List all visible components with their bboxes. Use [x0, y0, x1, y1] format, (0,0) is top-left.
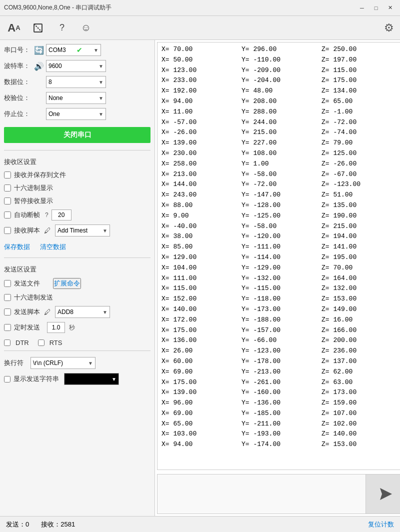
minimize-button[interactable]: ─: [356, 2, 368, 14]
data-bits-chevron-icon: ▼: [98, 80, 104, 85]
display-send-label: 显示发送字符串: [14, 374, 59, 384]
data-bits-control: 8 ▼: [34, 76, 150, 88]
table-row: X= 104.00Y= -129.00Z= 70.00: [162, 263, 400, 274]
save-data-button[interactable]: 保存数据: [4, 242, 30, 252]
timer-input[interactable]: [47, 322, 65, 333]
emoji-icon[interactable]: ☺: [78, 20, 94, 36]
status-left: 发送：0 接收：2581: [6, 520, 75, 529]
stop-bits-select[interactable]: One ▼: [46, 108, 106, 120]
divider-3: [4, 350, 150, 351]
z-col: Z= 107.00: [322, 408, 400, 419]
font-icon[interactable]: AA: [6, 20, 22, 36]
y-col: Y= -211.00: [242, 419, 322, 430]
x-col: X= -26.00: [162, 128, 242, 138]
send-script-checkbox[interactable]: [4, 308, 11, 316]
recv-auto-frame-checkbox[interactable]: [4, 212, 11, 218]
port-refresh-icon[interactable]: 🔄: [34, 46, 44, 55]
z-col: Z= 215.00: [322, 222, 400, 232]
help-icon[interactable]: ?: [54, 20, 70, 36]
z-col: Z= 65.00: [322, 96, 400, 107]
port-check-icon: ✔: [76, 46, 82, 54]
expand-cmd-button[interactable]: 扩展命令: [53, 278, 81, 289]
title-bar-controls: ─ □ ✕: [356, 2, 396, 14]
send-hex-checkbox[interactable]: [4, 294, 11, 301]
data-bits-value: 8: [48, 78, 52, 86]
table-row: X= 115.00Y= -115.00Z= 132.00: [162, 284, 400, 294]
z-col: Z= 141.00: [322, 242, 400, 252]
recv-auto-frame-label: 自动断帧: [14, 210, 40, 220]
send-file-checkbox[interactable]: [4, 280, 11, 287]
z-col: Z= 153.00: [322, 440, 400, 450]
maximize-button[interactable]: □: [370, 2, 382, 14]
z-col: Z= 51.00: [322, 190, 400, 200]
toolbar-left: AA ? ☺: [6, 20, 94, 36]
stop-bits-value: One: [48, 110, 60, 118]
z-col: Z= 195.00: [322, 252, 400, 263]
left-panel: 串口号： 🔄 COM3 ✔ ▼ 波特率： 🔊 9600 ▼: [0, 40, 155, 516]
color-select[interactable]: ▼: [64, 373, 119, 385]
recv-script-select[interactable]: Add Timest ▼: [55, 224, 110, 236]
port-select[interactable]: COM3 ✔ ▼: [46, 44, 101, 56]
close-port-button[interactable]: 关闭串口: [4, 127, 150, 143]
recv-settings-title: 接收区设置: [4, 158, 150, 166]
y-col: Y= -174.00: [242, 440, 322, 450]
x-col: X= 70.00: [162, 44, 242, 55]
y-col: Y= -114.00: [242, 252, 322, 263]
recv-save-file-checkbox[interactable]: [4, 172, 11, 178]
table-row: X= 129.00Y= -114.00Z= 195.00: [162, 252, 400, 263]
z-col: Z= -123.00: [322, 180, 400, 190]
recv-pause-checkbox[interactable]: [4, 198, 11, 204]
clear-data-button[interactable]: 清空数据: [40, 242, 66, 252]
auto-frame-help-icon[interactable]: ?: [45, 212, 48, 218]
timer-send-label: 定时发送: [14, 323, 40, 332]
y-col: Y= -157.00: [242, 326, 322, 336]
x-col: X= 111.00: [162, 274, 242, 284]
table-row: X= 94.00Y= -174.00Z= 153.00: [162, 440, 400, 450]
dtr-checkbox[interactable]: [4, 340, 10, 346]
port-chevron-icon: ▼: [94, 48, 98, 53]
auto-frame-input[interactable]: [52, 210, 72, 220]
recv-hex-row: 十六进制显示: [4, 184, 150, 192]
y-col: Y= -178.00: [242, 356, 322, 367]
data-display[interactable]: X= 70.00Y= 296.00Z= 250.00X= 50.00Y= -11…: [157, 42, 400, 470]
recv-script-checkbox[interactable]: [4, 227, 11, 234]
recv-hex-checkbox[interactable]: [4, 184, 11, 192]
display-send-checkbox[interactable]: [4, 376, 10, 382]
y-col: Y= 208.00: [242, 96, 322, 107]
data-bits-row: 数据位： 8 ▼: [4, 76, 150, 88]
parity-select[interactable]: None ▼: [46, 92, 106, 104]
stop-bits-label: 停止位：: [4, 110, 34, 118]
parity-value: None: [48, 94, 63, 102]
y-col: Y= 227.00: [242, 138, 322, 148]
table-row: X= 233.00Y= -204.00Z= 175.00: [162, 76, 400, 86]
table-row: X= 60.00Y= -178.00Z= 137.00: [162, 356, 400, 367]
table-row: X= 230.00Y= 108.00Z= 125.00: [162, 148, 400, 159]
color-chevron-icon: ▼: [112, 376, 116, 382]
recv-pause-label: 暂停接收显示: [14, 196, 53, 206]
z-col: Z= 125.00: [322, 148, 400, 159]
dtr-label: DTR: [16, 339, 29, 346]
x-col: X= 88.00: [162, 200, 242, 211]
settings-icon[interactable]: ⚙: [384, 22, 394, 34]
parity-control: None ▼: [34, 92, 150, 104]
baud-select[interactable]: 9600 ▼: [46, 60, 106, 72]
crop-icon[interactable]: [30, 20, 46, 36]
data-bits-select[interactable]: 8 ▼: [46, 76, 106, 88]
recv-save-file-row: 接收并保存到文件: [4, 170, 150, 180]
input-area: [157, 474, 400, 514]
close-button[interactable]: ✕: [384, 2, 396, 14]
newline-select[interactable]: \r\n (CRLF) ▼: [30, 357, 96, 369]
title-bar-left: COM3,9600,None,8,One - 串口调试助手: [4, 4, 112, 12]
baud-chevron-icon: ▼: [98, 64, 104, 69]
timer-send-checkbox[interactable]: [4, 324, 11, 331]
baud-icon: 🔊: [34, 62, 44, 71]
send-script-select[interactable]: ADD8 ▼: [55, 306, 110, 318]
reset-count-button[interactable]: 复位计数: [368, 520, 394, 529]
table-row: X= 103.00Y= -193.00Z= 140.00: [162, 429, 400, 440]
rts-checkbox[interactable]: [38, 340, 44, 346]
send-input[interactable]: [158, 474, 366, 514]
port-row: 串口号： 🔄 COM3 ✔ ▼: [4, 44, 150, 56]
send-button[interactable]: [366, 474, 400, 514]
dtr-rts-row: DTR RTS: [4, 339, 150, 346]
links-row: 保存数据 清空数据: [4, 242, 150, 252]
